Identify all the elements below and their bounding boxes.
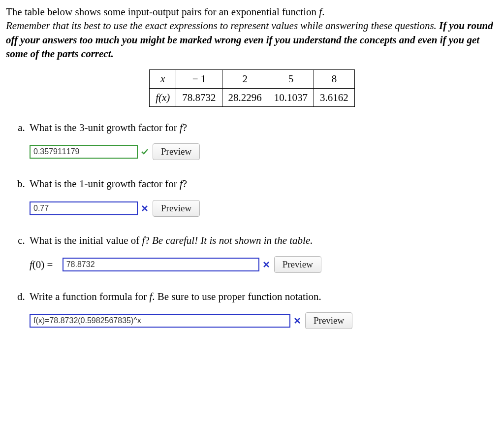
question-b: What is the 1-unit growth factor for f? …	[28, 177, 498, 216]
table-cell: 3.6162	[314, 88, 355, 106]
preview-button[interactable]: Preview	[305, 312, 352, 329]
table-header-fx: f(x)	[156, 92, 170, 103]
table-header-x: x	[160, 73, 165, 85]
table-cell: 5	[268, 70, 314, 88]
intro-line2: Remember that its best to use the exact …	[6, 20, 439, 32]
questions-list: What is the 3-unit growth factor for f? …	[6, 121, 498, 329]
intro-paragraph: The table below shows some input-output …	[6, 5, 498, 61]
question-text: Write a function formula for f. Be sure …	[30, 290, 498, 303]
table-cell: 78.8732	[176, 88, 222, 106]
question-a: What is the 3-unit growth factor for f? …	[28, 121, 498, 160]
table-cell: 10.1037	[268, 88, 314, 106]
preview-button[interactable]: Preview	[153, 143, 200, 160]
answer-input-c[interactable]	[63, 258, 259, 271]
table-row: f(x) 78.8732 28.2296 10.1037 3.6162	[150, 88, 355, 106]
question-text: What is the initial value of f? Be caref…	[30, 233, 498, 247]
preview-button[interactable]: Preview	[153, 200, 200, 217]
cross-icon	[293, 317, 301, 325]
check-icon	[141, 148, 149, 156]
preview-button[interactable]: Preview	[274, 256, 321, 273]
f-of-zero-prefix: f(0) =	[30, 258, 56, 271]
answer-input-b[interactable]	[30, 201, 138, 215]
data-table: x − 1 2 5 8 f(x) 78.8732 28.2296 10.1037…	[149, 69, 355, 107]
table-cell: 2	[222, 70, 268, 88]
question-c: What is the initial value of f? Be caref…	[28, 233, 498, 273]
answer-input-a[interactable]	[30, 145, 138, 159]
question-d: Write a function formula for f. Be sure …	[28, 290, 498, 329]
cross-icon	[141, 204, 149, 212]
cross-icon	[262, 261, 270, 268]
table-row: x − 1 2 5 8	[150, 70, 355, 88]
question-text: What is the 3-unit growth factor for f?	[30, 121, 498, 134]
intro-line1: The table below shows some input-output …	[6, 6, 324, 18]
table-cell: 28.2296	[222, 88, 268, 106]
answer-input-d[interactable]	[30, 314, 290, 328]
question-text: What is the 1-unit growth factor for f?	[30, 177, 498, 191]
table-cell: − 1	[176, 70, 222, 88]
table-cell: 8	[314, 70, 355, 88]
